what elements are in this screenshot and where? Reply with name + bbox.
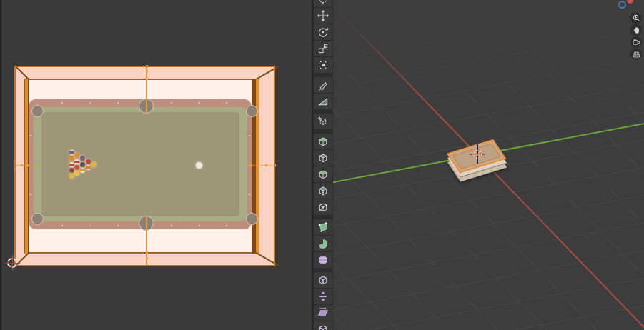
tool-rip-region[interactable] [314,321,332,330]
pool-ball[interactable] [74,153,79,158]
nav-zoom-button[interactable] [630,12,642,24]
selected-vertex[interactable] [146,251,148,254]
object-origin [477,154,479,156]
frame-edge-line-top [27,79,252,80]
3d-cursor [7,258,17,268]
tool-smooth[interactable] [314,252,332,268]
cue-ball[interactable] [196,162,202,169]
pool-ball[interactable] [74,159,79,164]
tool-extrude-region[interactable] [314,134,332,149]
tool-cursor[interactable] [314,0,332,7]
selected-vertex[interactable] [26,164,29,166]
tool-add-cube[interactable] [314,114,332,129]
table-pocket [31,213,44,225]
tool-spin[interactable] [314,236,332,251]
selected-vertex[interactable] [146,78,148,80]
selected-vertex[interactable] [146,257,148,259]
pool-ball[interactable] [74,171,79,176]
frame-bevel-line [256,252,279,266]
viewport-top-ortho[interactable] [0,0,312,330]
selected-center-seam [247,165,275,166]
tool-edge-slide[interactable] [314,272,332,288]
blender-window [0,0,644,330]
pool-ball[interactable] [69,168,74,173]
tool-measure[interactable] [314,94,332,109]
selected-vertex[interactable] [274,164,276,166]
pool-ball[interactable] [80,162,85,167]
tool-shear[interactable] [314,305,332,321]
selected-vertex[interactable] [146,264,148,266]
selected-vertex[interactable] [146,65,148,67]
nav-pan-button[interactable] [630,24,642,36]
pool-ball[interactable] [74,165,79,170]
pool-ball[interactable] [86,165,91,170]
tool-bevel[interactable] [314,166,332,182]
nav-camera-view-button[interactable] [630,36,642,48]
tool-rotate[interactable] [314,24,332,40]
frame-bevel-line [256,66,279,79]
tool-poly-build[interactable] [314,219,332,235]
pool-table-top-view[interactable] [14,66,275,266]
tool-loop-cut[interactable] [314,183,332,199]
axis-tick [470,154,472,155]
selected-vertex[interactable] [21,164,23,166]
selected-vertex[interactable] [265,164,267,166]
pool-ball[interactable] [86,159,91,164]
table-pocket [31,105,44,117]
frame-edge-line-bottom [27,252,252,254]
tool-shrink-fatten[interactable] [314,289,332,304]
axis-tick [482,154,485,155]
tool-inset-faces[interactable] [314,150,332,166]
selected-center-seam [146,66,147,114]
table-pocket [246,105,258,117]
tool-move[interactable] [314,8,332,24]
nav-toggle-perspective-button[interactable] [630,49,642,60]
tool-knife[interactable] [314,199,332,215]
tool-scale[interactable] [314,41,332,56]
pool-ball[interactable] [69,162,74,167]
nav-gizmo-axis-icon[interactable] [618,1,626,9]
pool-ball[interactable] [91,162,96,167]
pool-ball[interactable] [69,174,74,179]
selected-vertex[interactable] [14,164,16,166]
toolbar [312,0,333,330]
table-pocket [246,213,258,225]
frame-bevel-line [15,65,30,80]
pool-ball[interactable] [69,156,74,161]
viewport-nav-buttons [630,12,642,60]
pool-ball[interactable] [80,168,85,173]
tool-annotate[interactable] [314,77,332,93]
tool-transform[interactable] [314,57,332,73]
selected-vertex[interactable] [146,70,148,72]
pool-ball[interactable] [80,156,85,161]
pool-ball[interactable] [69,150,74,155]
selected-vertex[interactable] [249,164,252,166]
viewport-perspective[interactable] [312,0,644,330]
